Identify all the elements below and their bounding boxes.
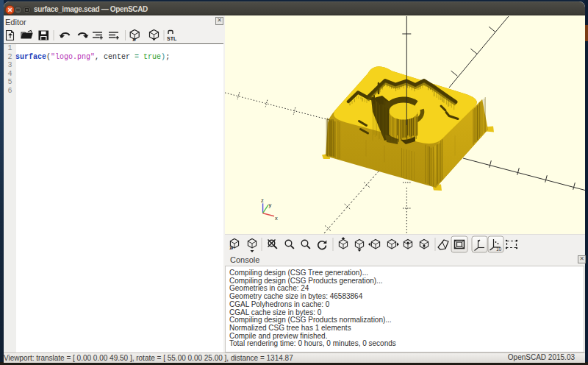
svg-text:x: x [275, 215, 278, 222]
svg-text:STL: STL [167, 36, 177, 41]
svg-text:10: 10 [496, 247, 502, 252]
svg-text:»: » [229, 244, 234, 252]
svg-text:z: z [261, 197, 264, 204]
svg-text:y: y [269, 202, 272, 208]
svg-text:»: » [132, 36, 136, 43]
